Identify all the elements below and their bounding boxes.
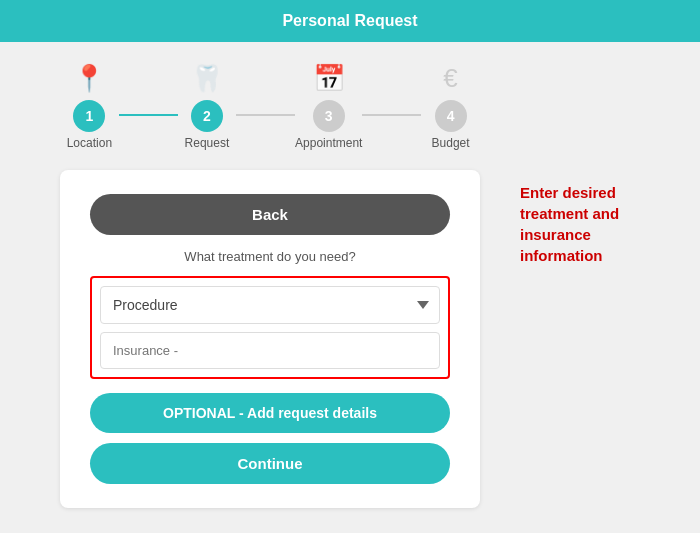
header-title: Personal Request: [282, 12, 417, 29]
step-2-label: Request: [185, 136, 230, 150]
step-1-icon: 📍: [73, 62, 105, 94]
step-2-request: 🦷 2 Request: [178, 62, 237, 150]
insurance-input[interactable]: [100, 332, 440, 369]
step-4-budget: € 4 Budget: [421, 62, 480, 150]
annotation-section: Enter desired treatment and insurance in…: [510, 62, 670, 513]
treatment-section: Procedure Dental Cleaning Root Canal Ort…: [90, 276, 450, 379]
back-button[interactable]: Back: [90, 194, 450, 235]
step-2-circle: 2: [191, 100, 223, 132]
step-3-label: Appointment: [295, 136, 362, 150]
connector-3-4: [362, 114, 421, 116]
optional-button[interactable]: OPTIONAL - Add request details: [90, 393, 450, 433]
question-text: What treatment do you need?: [90, 249, 450, 264]
step-4-label: Budget: [432, 136, 470, 150]
step-3-icon: 📅: [313, 62, 345, 94]
form-card: Back What treatment do you need? Procedu…: [60, 170, 480, 508]
step-1-circle: 1: [73, 100, 105, 132]
annotation-text: Enter desired treatment and insurance in…: [520, 182, 670, 266]
step-1-label: Location: [67, 136, 112, 150]
step-3-appointment: 📅 3 Appointment: [295, 62, 362, 150]
step-3-circle: 3: [313, 100, 345, 132]
step-4-icon: €: [443, 62, 457, 94]
stepper: 📍 1 Location 🦷 2 Request 📅 3 Appointment: [60, 62, 480, 150]
procedure-select[interactable]: Procedure Dental Cleaning Root Canal Ort…: [100, 286, 440, 324]
connector-1-2: [119, 114, 178, 116]
connector-2-3: [236, 114, 295, 116]
step-2-icon: 🦷: [191, 62, 223, 94]
left-section: 📍 1 Location 🦷 2 Request 📅 3 Appointment: [30, 62, 510, 513]
continue-button[interactable]: Continue: [90, 443, 450, 484]
step-1-location: 📍 1 Location: [60, 62, 119, 150]
step-4-circle: 4: [435, 100, 467, 132]
page-header: Personal Request: [0, 0, 700, 42]
